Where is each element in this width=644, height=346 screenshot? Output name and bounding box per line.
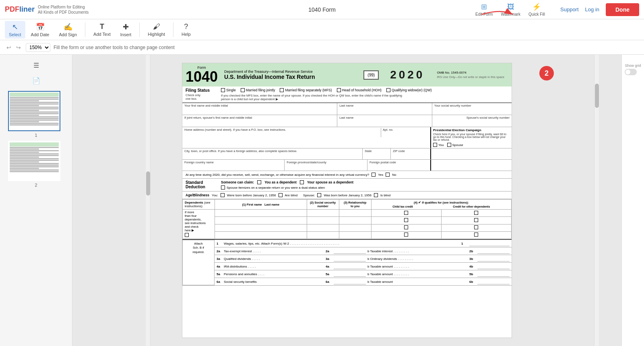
apt-input[interactable] (383, 132, 428, 137)
income-input-5a[interactable] (334, 271, 366, 277)
first-name-input[interactable] (184, 107, 335, 114)
edit-form-btn[interactable]: ⊞ Edit Form (473, 2, 495, 17)
pdf-area[interactable]: 2 Form 1040 Department of the Treasury—I… (72, 55, 621, 346)
cb-single[interactable] (221, 88, 225, 92)
state-input[interactable] (365, 153, 388, 159)
select-tool[interactable]: ↖ Select (5, 21, 25, 39)
dep-row4-rel[interactable] (339, 231, 371, 239)
dep-row4-other[interactable] (441, 231, 511, 239)
dep-row3-name[interactable] (215, 224, 307, 231)
login-link[interactable]: Log in (585, 6, 599, 12)
cb-dep3-other[interactable] (474, 225, 478, 229)
quick-fill-btn[interactable]: ⚡ Quick Fill (526, 2, 547, 17)
dep-row1-ssn[interactable] (307, 210, 339, 217)
last-name-input[interactable] (339, 107, 430, 114)
income-input-2a[interactable] (334, 248, 366, 254)
undo-button[interactable]: ↩ (5, 43, 13, 51)
cb-spouse-born[interactable] (317, 193, 321, 197)
income-input-2b[interactable] (477, 248, 510, 254)
city-input[interactable] (184, 153, 360, 159)
dep-row4-ssn[interactable] (307, 231, 339, 239)
filing-married-jointly[interactable]: Married filing jointly (241, 88, 275, 92)
spouse-first-input[interactable] (184, 119, 335, 126)
dep-row1-name[interactable] (215, 210, 307, 217)
dep-row1-rel[interactable] (339, 210, 371, 217)
home-address-input[interactable] (184, 132, 379, 137)
cb-presidential-you[interactable] (433, 143, 437, 147)
income-input-1[interactable] (469, 241, 510, 246)
add-text-tool[interactable]: T Add Text (89, 21, 115, 38)
presidential-you[interactable]: You (433, 143, 444, 147)
dep-row4-child[interactable] (371, 231, 441, 239)
dep-row3-child[interactable] (371, 224, 441, 231)
cb-dep1-other[interactable] (474, 211, 478, 215)
zoom-select[interactable]: 150% 100% 75% 50% (26, 43, 50, 52)
presidential-spouse[interactable]: Spouse (447, 143, 463, 147)
support-link[interactable]: Support (560, 6, 579, 12)
cb-presidential-spouse[interactable] (447, 143, 451, 147)
dep-row1-child[interactable] (371, 210, 441, 217)
foreign-country-input[interactable] (184, 164, 282, 170)
income-input-6a[interactable] (334, 279, 366, 284)
show-grid-toggle[interactable] (625, 69, 637, 75)
add-sign-tool[interactable]: ✍ Add Sign (55, 21, 81, 39)
filing-qualifying-widow[interactable]: Qualifying widow(er) (QW) (386, 88, 432, 92)
add-date-tool[interactable]: 📅 Add Date (27, 21, 54, 39)
dep-row2-other[interactable] (441, 217, 511, 224)
thumbnail-page-1[interactable]: 1 (8, 91, 64, 138)
cb-no[interactable] (386, 173, 390, 177)
dep-row4-name[interactable] (215, 231, 307, 239)
done-button[interactable]: Done (606, 3, 639, 16)
foreign-postal-input[interactable] (369, 164, 428, 170)
spouse-last-input[interactable] (339, 119, 430, 126)
redo-button[interactable]: ↪ (14, 43, 23, 51)
help-tool[interactable]: ? Help (178, 21, 195, 38)
dep-row3-rel[interactable] (339, 224, 371, 231)
dep-row2-rel[interactable] (339, 217, 371, 224)
cb-dep2-child[interactable] (404, 218, 408, 222)
sidebar-pages-icon[interactable]: 📄 (29, 73, 43, 88)
income-input-3a[interactable] (334, 256, 366, 262)
dep-row2-name[interactable] (215, 217, 307, 224)
cb-is-blind[interactable] (374, 193, 378, 197)
foreign-province-input[interactable] (287, 164, 365, 170)
show-grid-label[interactable]: Show grid (623, 58, 642, 81)
cb-more-dependents[interactable] (185, 233, 189, 237)
spouse-ssn-input[interactable] (434, 119, 510, 126)
cb-married-separately[interactable] (280, 88, 284, 92)
dep-row1-other[interactable] (441, 210, 511, 217)
filing-married-separately[interactable]: Married filing separately (MFS) (280, 88, 332, 92)
dep-row2-child[interactable] (371, 217, 441, 224)
filing-head-household[interactable]: Head of household (HOH) (337, 88, 382, 92)
zip-input[interactable] (393, 153, 428, 159)
filing-single[interactable]: Single (221, 88, 236, 92)
cb-head-household[interactable] (337, 88, 341, 92)
cb-spouse-dependent[interactable] (300, 180, 304, 184)
income-input-5b[interactable] (477, 271, 510, 277)
cb-married-jointly[interactable] (241, 88, 245, 92)
income-input-4a[interactable] (334, 264, 366, 269)
ssn-input[interactable] (434, 107, 510, 114)
dep-row3-ssn[interactable] (307, 224, 339, 231)
income-input-3b[interactable] (477, 256, 510, 262)
cb-dep2-other[interactable] (474, 218, 478, 222)
income-input-6b[interactable] (477, 279, 510, 284)
cb-qualifying-widow[interactable] (386, 88, 390, 92)
thumbnail-page-2[interactable]: 2 (8, 141, 64, 187)
cb-yes[interactable] (372, 173, 376, 177)
cb-are-blind[interactable] (279, 193, 283, 197)
cb-spouse-itemizes[interactable] (221, 185, 225, 189)
cb-dep4-other[interactable] (474, 233, 478, 237)
watermark-btn[interactable]: 🖼 Watermark (498, 2, 523, 17)
highlight-tool[interactable]: 🖌 Highlight (144, 21, 169, 38)
cb-you-dependent[interactable] (257, 180, 261, 184)
insert-tool[interactable]: ✚ Insert (116, 21, 136, 39)
dep-row3-other[interactable] (441, 224, 511, 231)
sidebar-panel-icon[interactable]: ☰ (29, 58, 43, 72)
income-input-4b[interactable] (477, 264, 510, 269)
cb-dep1-child[interactable] (404, 211, 408, 215)
dep-row2-ssn[interactable] (307, 217, 339, 224)
cb-dep3-child[interactable] (404, 225, 408, 229)
cb-born-before[interactable] (221, 193, 225, 197)
cb-dep4-child[interactable] (404, 233, 408, 237)
